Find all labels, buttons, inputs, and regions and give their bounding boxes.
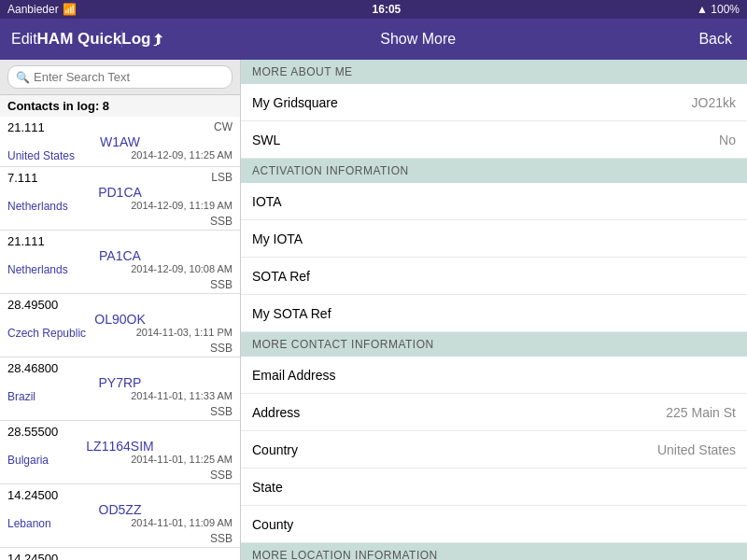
contact-callsign: OD5ZZ	[0, 502, 240, 517]
signal-label: ▲ 100%	[697, 3, 740, 16]
contact-freq: 14.24500	[7, 488, 58, 502]
detail-row: SWL No	[241, 121, 747, 159]
contact-subrow: SSB	[0, 405, 240, 418]
contact-row1: 28.46800	[0, 359, 240, 375]
nav-right-section: Show More Back	[121, 31, 747, 48]
detail-row: My IOTA	[241, 220, 747, 258]
detail-label: SWL	[252, 133, 280, 147]
contact-row1: 28.49500	[0, 296, 240, 312]
contact-item[interactable]: 21.111 PA1CA Netherlands 2014-12-09, 10:…	[0, 231, 240, 294]
search-input[interactable]	[34, 70, 224, 84]
detail-value: United States	[657, 442, 736, 457]
contact-freq: 21.111	[7, 234, 45, 248]
contact-subrow: SSB	[0, 215, 240, 228]
contact-mode: LSB	[211, 171, 233, 185]
detail-label: My SOTA Ref	[252, 306, 331, 321]
contact-freq: 21.111	[7, 120, 45, 134]
contact-country: Czech Republic	[7, 327, 86, 340]
contact-row1: 21.111 CW	[0, 119, 240, 134]
contact-subrow: SSB	[0, 278, 240, 291]
detail-label: My IOTA	[252, 231, 303, 246]
search-bar: 🔍	[0, 60, 240, 95]
detail-label: Address	[252, 405, 300, 420]
contact-row1: 28.55500	[0, 423, 240, 439]
contact-callsign: PY7RP	[0, 375, 240, 390]
edit-button[interactable]: Edit	[11, 31, 37, 48]
contact-item[interactable]: 21.111 CW W1AW United States 2014-12-09,…	[0, 117, 240, 167]
contact-callsign: OL90OK	[0, 312, 240, 327]
section-header: MORE LOCATION INFORMATION	[241, 543, 747, 560]
left-panel: 🔍 Contacts in log: 8 21.111 CW W1AW Unit…	[0, 60, 241, 560]
detail-label: SOTA Ref	[252, 269, 310, 284]
contact-country: Netherlands	[7, 263, 68, 276]
carrier-label: Aanbieder	[7, 3, 59, 16]
contact-datetime: 2014-12-09, 10:08 AM	[131, 263, 233, 276]
detail-label: My Gridsquare	[252, 95, 338, 110]
contact-datetime: 2014-12-09, 11:19 AM	[131, 200, 233, 213]
contact-submode: SSB	[210, 278, 233, 291]
contact-submode: SSB	[210, 532, 233, 545]
detail-label: IOTA	[252, 194, 282, 209]
section-header: MORE ABOUT ME	[241, 60, 747, 84]
contact-row1: 21.111	[0, 232, 240, 248]
contact-item[interactable]: 28.55500 LZ1164SIM Bulgaria 2014-11-01, …	[0, 421, 240, 484]
detail-value: JO21kk	[692, 95, 736, 110]
contact-submode: SSB	[210, 405, 233, 418]
detail-row: Address 225 Main St	[241, 394, 747, 431]
contact-freq: 28.49500	[7, 298, 58, 312]
status-time: 16:05	[373, 3, 402, 16]
contact-row1: 7.111 LSB	[0, 169, 240, 185]
nav-bar: Edit HAM QuickLog ⮭ Show More Back	[0, 19, 747, 60]
detail-label: Email Address	[252, 368, 335, 383]
detail-row: Email Address	[241, 357, 747, 394]
status-bar: Aanbieder 📶 16:05 ▲ 100%	[0, 0, 747, 19]
contact-datetime: 2014-11-01, 11:25 AM	[131, 454, 233, 467]
contact-datetime: 2014-11-01, 11:09 AM	[131, 517, 233, 530]
back-button[interactable]: Back	[698, 31, 732, 48]
detail-row: State	[241, 469, 747, 506]
contact-country: Bulgaria	[7, 454, 49, 467]
contact-freq: 28.46800	[7, 361, 58, 375]
show-more-button[interactable]: Show More	[137, 31, 698, 48]
contact-item[interactable]: 14.24500 OD5ZZ Lebanon 2014-11-01, 11:09…	[0, 484, 240, 548]
wifi-icon: 📶	[63, 3, 77, 16]
detail-row: Country United States	[241, 431, 747, 469]
nav-left-section: Edit HAM QuickLog ⮭	[0, 30, 121, 49]
contact-item[interactable]: 7.111 LSB PD1CA Netherlands 2014-12-09, …	[0, 167, 240, 231]
contact-mode: CW	[214, 120, 233, 134]
contact-country: Lebanon	[7, 517, 51, 530]
contact-row2: Netherlands 2014-12-09, 11:19 AM	[0, 200, 240, 215]
contact-freq: 7.111	[7, 171, 38, 185]
detail-row: SOTA Ref	[241, 258, 747, 295]
detail-label: Country	[252, 442, 298, 457]
section-header: MORE CONTACT INFORMATION	[241, 332, 747, 357]
section-header: ACTIVATION INFORMATION	[241, 159, 747, 183]
search-icon: 🔍	[16, 71, 30, 84]
contact-list: 21.111 CW W1AW United States 2014-12-09,…	[0, 117, 240, 560]
contact-row1: 14.24500	[0, 486, 240, 502]
contact-datetime: 2014-12-09, 11:25 AM	[131, 149, 233, 162]
contact-row1: 14.24500	[0, 550, 240, 560]
contact-submode: SSB	[210, 342, 233, 355]
contact-item[interactable]: 14.24500 OL90OK Czech Republic 2014-11-0…	[0, 548, 240, 560]
detail-row: My SOTA Ref	[241, 295, 747, 332]
contact-submode: SSB	[210, 469, 233, 482]
contact-freq: 28.55500	[7, 425, 58, 439]
contact-subrow: SSB	[0, 532, 240, 545]
contact-row2: Lebanon 2014-11-01, 11:09 AM	[0, 517, 240, 532]
status-left: Aanbieder 📶	[7, 3, 77, 16]
detail-label: County	[252, 517, 293, 532]
contact-item[interactable]: 28.49500 OL90OK Czech Republic 2014-11-0…	[0, 294, 240, 357]
contacts-header: Contacts in log: 8	[0, 95, 240, 117]
contact-callsign: W1AW	[0, 134, 240, 149]
contact-datetime: 2014-11-01, 11:33 AM	[131, 390, 233, 403]
detail-label: State	[252, 480, 283, 495]
contact-datetime: 2014-11-03, 1:11 PM	[136, 327, 233, 340]
contact-row2: United States 2014-12-09, 11:25 AM	[0, 149, 240, 164]
detail-row: County	[241, 506, 747, 543]
contact-callsign: LZ1164SIM	[0, 439, 240, 454]
contact-freq: 14.24500	[7, 552, 58, 560]
detail-row: My Gridsquare JO21kk	[241, 84, 747, 121]
contact-item[interactable]: 28.46800 PY7RP Brazil 2014-11-01, 11:33 …	[0, 357, 240, 421]
contact-row2: Czech Republic 2014-11-03, 1:11 PM	[0, 327, 240, 342]
